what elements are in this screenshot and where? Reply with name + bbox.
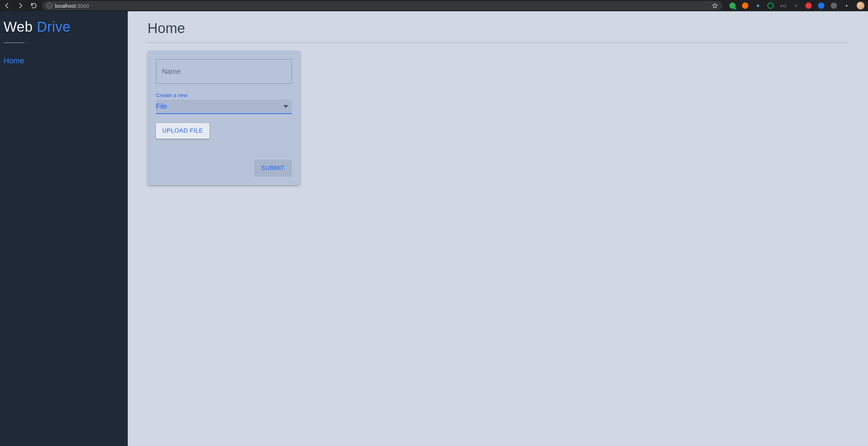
extensions-menu-icon[interactable]: ✦ <box>843 2 850 9</box>
site-info-icon[interactable]: i <box>46 3 52 8</box>
extension-icon[interactable] <box>818 2 824 9</box>
logo-divider <box>4 43 25 43</box>
page-title: Home <box>147 20 848 36</box>
app-logo: Web Drive <box>4 19 124 35</box>
react-devtools-icon[interactable]: ⚛ <box>755 2 761 9</box>
reload-icon[interactable] <box>30 2 37 9</box>
logo-word-1: Web <box>4 19 37 34</box>
create-type-label: Create a new <box>156 92 292 98</box>
create-type-block: Create a new File <box>156 92 292 114</box>
url-port: :3000 <box>76 3 89 9</box>
back-icon[interactable] <box>4 2 11 9</box>
bookmark-star-icon[interactable] <box>712 2 718 9</box>
extension-icon[interactable] <box>805 2 812 9</box>
profile-avatar[interactable] <box>857 2 864 9</box>
submit-row: SUBMIT <box>156 160 292 177</box>
url-host: localhost <box>55 3 76 9</box>
sidebar: Web Drive Home <box>0 11 128 446</box>
extension-icon[interactable] <box>767 2 774 9</box>
name-input[interactable] <box>162 68 286 76</box>
extension-icon[interactable]: ✪ <box>793 2 799 9</box>
page-divider <box>147 43 848 43</box>
url-text: localhost:3000 <box>55 3 89 9</box>
name-field[interactable]: Name <box>156 59 292 84</box>
chevron-down-icon <box>283 104 288 109</box>
create-type-select[interactable]: File <box>156 100 292 114</box>
extension-icons: ⚛ {=} ✪ ✦ <box>727 2 852 9</box>
extension-icon[interactable] <box>742 2 748 9</box>
create-type-value: File <box>156 102 167 110</box>
forward-icon[interactable] <box>17 2 24 9</box>
sidebar-item-home[interactable]: Home <box>4 55 124 67</box>
main-content: Home Name Create a new File UPLOAD FILE … <box>128 11 868 446</box>
address-bar[interactable]: i localhost:3000 <box>42 1 722 10</box>
upload-file-button[interactable]: UPLOAD FILE <box>156 123 209 139</box>
create-form-card: Name Create a new File UPLOAD FILE SUBMI… <box>147 51 300 185</box>
submit-button[interactable]: SUBMIT <box>254 160 292 177</box>
logo-word-2: Drive <box>37 19 71 34</box>
extension-icon[interactable] <box>729 2 736 9</box>
extension-icon[interactable] <box>831 2 837 9</box>
extension-icon[interactable]: {=} <box>780 2 786 9</box>
app-root: Web Drive Home Home Name Create a new Fi… <box>0 11 868 446</box>
browser-chrome: i localhost:3000 ⚛ {=} ✪ ✦ <box>0 0 868 11</box>
browser-nav-icons <box>4 2 37 9</box>
